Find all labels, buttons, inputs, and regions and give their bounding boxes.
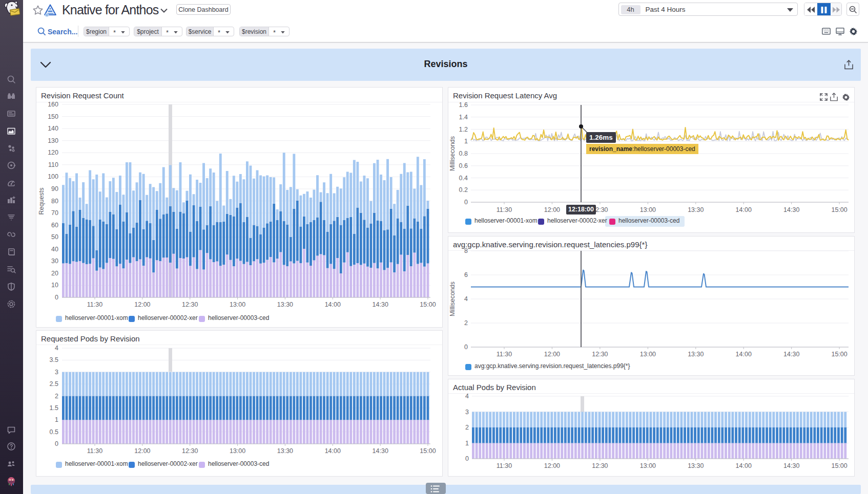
svg-text:14:30: 14:30 <box>373 301 388 308</box>
svg-text:13:30: 13:30 <box>688 206 704 213</box>
svg-text:12:30: 12:30 <box>182 447 198 455</box>
svg-text:11:30: 11:30 <box>497 351 512 358</box>
svg-text:80: 80 <box>51 198 58 205</box>
svg-text:14:00: 14:00 <box>736 351 752 358</box>
svg-text:20: 20 <box>51 270 58 277</box>
svg-text:4: 4 <box>464 295 468 303</box>
svg-text:12:00: 12:00 <box>544 351 560 358</box>
svg-text:14:30: 14:30 <box>783 462 799 469</box>
svg-text:3: 3 <box>465 409 469 416</box>
svg-text:100: 100 <box>48 173 58 180</box>
svg-text:12:00: 12:00 <box>544 206 560 213</box>
svg-text:4: 4 <box>55 345 58 352</box>
svg-text:15:00: 15:00 <box>420 447 436 455</box>
svg-text:0.4: 0.4 <box>459 175 468 182</box>
svg-text:160: 160 <box>48 101 58 108</box>
svg-text:3.5: 3.5 <box>50 356 58 363</box>
svg-text:12:30: 12:30 <box>592 462 608 469</box>
svg-text:2: 2 <box>464 319 468 327</box>
svg-text:15:00: 15:00 <box>831 462 847 469</box>
svg-text:14:00: 14:00 <box>325 447 341 455</box>
svg-text:90: 90 <box>51 185 58 192</box>
svg-text:0: 0 <box>55 294 58 301</box>
svg-text:12:00: 12:00 <box>134 301 150 308</box>
svg-text:12:00: 12:00 <box>134 447 150 455</box>
svg-text:40: 40 <box>51 246 58 253</box>
svg-text:0: 0 <box>465 455 469 462</box>
svg-text:2: 2 <box>465 424 469 431</box>
svg-text:14:00: 14:00 <box>736 462 752 469</box>
svg-text:2.5: 2.5 <box>50 380 58 388</box>
svg-text:1: 1 <box>55 416 58 423</box>
svg-text:14:30: 14:30 <box>783 206 799 213</box>
svg-text:120: 120 <box>48 149 58 156</box>
svg-text:0: 0 <box>464 343 468 351</box>
svg-text:50: 50 <box>51 233 58 241</box>
svg-text:13:00: 13:00 <box>230 301 245 308</box>
svg-text:0.5: 0.5 <box>50 428 58 436</box>
svg-text:10: 10 <box>51 282 58 289</box>
svg-text:30: 30 <box>51 257 58 265</box>
svg-text:14:00: 14:00 <box>325 301 341 308</box>
svg-text:8: 8 <box>464 247 468 254</box>
svg-text:1.4: 1.4 <box>459 114 468 121</box>
svg-text:0.2: 0.2 <box>459 186 468 194</box>
svg-text:110: 110 <box>48 161 58 168</box>
svg-text:13:30: 13:30 <box>277 447 293 455</box>
svg-text:15:00: 15:00 <box>831 206 847 213</box>
svg-text:60: 60 <box>51 222 58 229</box>
svg-text:0: 0 <box>55 440 58 447</box>
svg-text:140: 140 <box>48 125 58 132</box>
svg-text:13:30: 13:30 <box>277 301 293 308</box>
svg-text:12:00: 12:00 <box>544 462 560 469</box>
svg-text:15:00: 15:00 <box>831 351 847 358</box>
svg-text:11:30: 11:30 <box>87 447 102 455</box>
svg-text:130: 130 <box>48 137 58 144</box>
svg-text:1.2: 1.2 <box>459 126 468 133</box>
svg-text:12:30: 12:30 <box>182 301 198 308</box>
svg-text:14:30: 14:30 <box>373 447 388 455</box>
svg-text:Requests: Requests <box>38 188 45 215</box>
svg-text:13:30: 13:30 <box>688 462 704 469</box>
svg-text:13:00: 13:00 <box>640 462 656 469</box>
svg-text:13:00: 13:00 <box>640 351 656 358</box>
svg-text:14:00: 14:00 <box>736 206 752 213</box>
svg-text:Milliseconds: Milliseconds <box>449 282 456 316</box>
svg-text:13:00: 13:00 <box>640 206 656 213</box>
svg-text:12:30: 12:30 <box>592 351 608 358</box>
svg-text:0.6: 0.6 <box>459 162 468 169</box>
svg-text:1.5: 1.5 <box>50 404 58 412</box>
svg-text:6: 6 <box>464 271 468 278</box>
svg-text:1.6: 1.6 <box>459 101 468 109</box>
svg-text:3: 3 <box>55 369 58 376</box>
svg-text:13:00: 13:00 <box>230 447 245 455</box>
svg-text:Milliseconds: Milliseconds <box>449 136 456 171</box>
svg-text:1: 1 <box>465 440 469 447</box>
svg-text:11:30: 11:30 <box>497 206 512 213</box>
svg-text:0: 0 <box>464 199 468 206</box>
svg-text:150: 150 <box>48 113 58 120</box>
svg-text:11:30: 11:30 <box>497 462 512 469</box>
svg-text:70: 70 <box>51 209 58 217</box>
svg-text:2: 2 <box>55 393 58 400</box>
svg-text:4: 4 <box>465 393 469 400</box>
svg-text:13:30: 13:30 <box>688 351 704 358</box>
svg-text:14:30: 14:30 <box>783 351 799 358</box>
svg-text:1: 1 <box>464 138 468 145</box>
svg-text:0.8: 0.8 <box>459 150 468 157</box>
svg-text:15:00: 15:00 <box>420 301 436 308</box>
svg-text:11:30: 11:30 <box>87 301 102 308</box>
